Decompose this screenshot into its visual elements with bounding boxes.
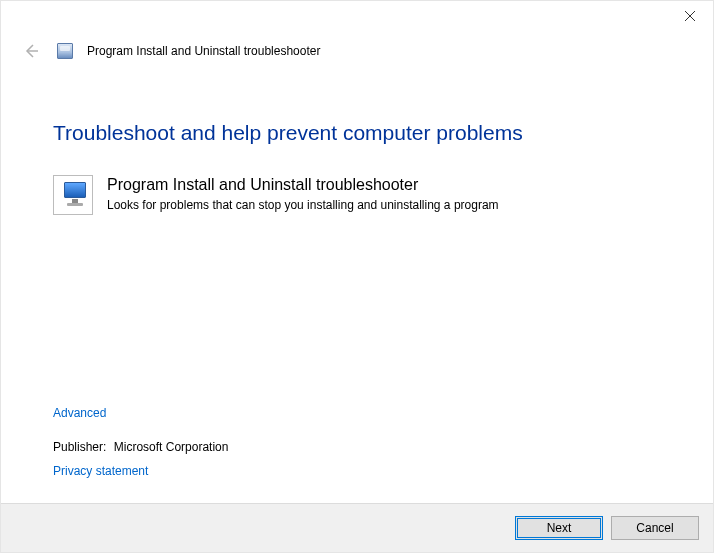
publisher-value: Microsoft Corporation [114, 440, 229, 454]
privacy-statement-link[interactable]: Privacy statement [53, 464, 148, 478]
content-area: Troubleshoot and help prevent computer p… [53, 101, 683, 494]
next-button[interactable]: Next [515, 516, 603, 540]
troubleshooter-item: Program Install and Uninstall troublesho… [53, 175, 683, 215]
troubleshooter-text: Program Install and Uninstall troublesho… [107, 175, 499, 212]
titlebar [1, 1, 713, 33]
header-row: Program Install and Uninstall troublesho… [1, 33, 713, 69]
troubleshooter-wizard-window: Program Install and Uninstall troublesho… [0, 0, 714, 553]
cancel-button[interactable]: Cancel [611, 516, 699, 540]
back-button [19, 39, 43, 63]
footer-button-bar: Next Cancel [1, 503, 713, 552]
close-button[interactable] [667, 1, 713, 31]
publisher-row: Publisher: Microsoft Corporation [53, 440, 228, 454]
header-title: Program Install and Uninstall troublesho… [87, 44, 320, 58]
troubleshooter-title: Program Install and Uninstall troublesho… [107, 175, 499, 196]
header-app-icon [57, 43, 73, 59]
close-icon [685, 11, 695, 21]
advanced-link[interactable]: Advanced [53, 406, 106, 420]
troubleshooter-description: Looks for problems that can stop you ins… [107, 198, 499, 212]
troubleshooter-monitor-icon [53, 175, 93, 215]
back-arrow-icon [22, 42, 40, 60]
main-heading: Troubleshoot and help prevent computer p… [53, 121, 683, 145]
publisher-label: Publisher: [53, 440, 106, 454]
